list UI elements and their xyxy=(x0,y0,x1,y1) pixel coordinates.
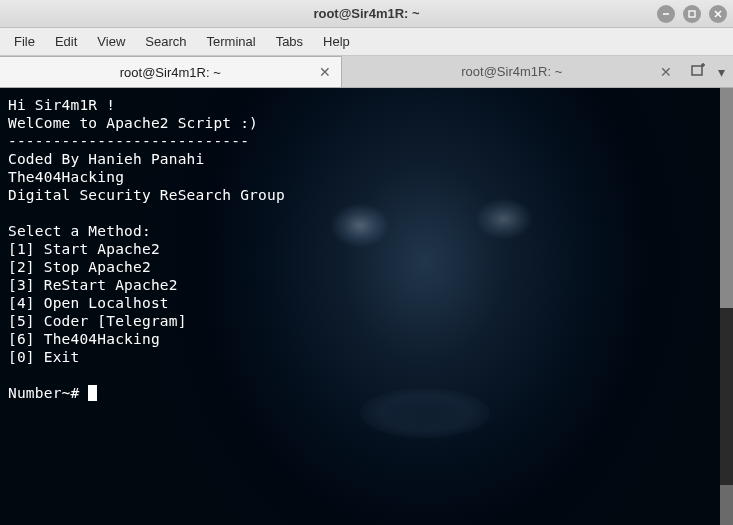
window-controls xyxy=(657,5,727,23)
terminal-tab-2[interactable]: root@Sir4m1R: ~ ✕ xyxy=(342,56,683,87)
svg-rect-1 xyxy=(689,11,695,17)
window-title: root@Sir4m1R: ~ xyxy=(313,6,419,21)
maximize-button[interactable] xyxy=(683,5,701,23)
new-tab-icon[interactable] xyxy=(690,62,706,81)
menubar: File Edit View Search Terminal Tabs Help xyxy=(0,28,733,56)
menu-view[interactable]: View xyxy=(87,30,135,53)
tab-close-icon[interactable]: ✕ xyxy=(660,64,672,80)
menu-search[interactable]: Search xyxy=(135,30,196,53)
svg-rect-4 xyxy=(692,66,702,75)
minimize-button[interactable] xyxy=(657,5,675,23)
tab-actions: ▾ xyxy=(682,56,733,87)
terminal-output: Hi Sir4m1R ! WelCome to Apache2 Script :… xyxy=(0,88,733,525)
menu-file[interactable]: File xyxy=(4,30,45,53)
scrollbar-thumb[interactable] xyxy=(720,485,733,525)
tab-menu-dropdown-icon[interactable]: ▾ xyxy=(718,64,725,80)
menu-tabs[interactable]: Tabs xyxy=(266,30,313,53)
tab-close-icon[interactable]: ✕ xyxy=(319,64,331,80)
tab-label: root@Sir4m1R: ~ xyxy=(461,64,562,79)
menu-terminal[interactable]: Terminal xyxy=(197,30,266,53)
terminal-viewport[interactable]: Hi Sir4m1R ! WelCome to Apache2 Script :… xyxy=(0,88,733,525)
tabbar: root@Sir4m1R: ~ ✕ root@Sir4m1R: ~ ✕ ▾ xyxy=(0,56,733,88)
close-button[interactable] xyxy=(709,5,727,23)
terminal-tab-1[interactable]: root@Sir4m1R: ~ ✕ xyxy=(0,56,342,87)
window-titlebar: root@Sir4m1R: ~ xyxy=(0,0,733,28)
terminal-cursor xyxy=(88,385,97,401)
menu-help[interactable]: Help xyxy=(313,30,360,53)
scrollbar[interactable] xyxy=(720,88,733,525)
menu-edit[interactable]: Edit xyxy=(45,30,87,53)
scrollbar-thumb[interactable] xyxy=(720,88,733,308)
tab-label: root@Sir4m1R: ~ xyxy=(120,65,221,80)
